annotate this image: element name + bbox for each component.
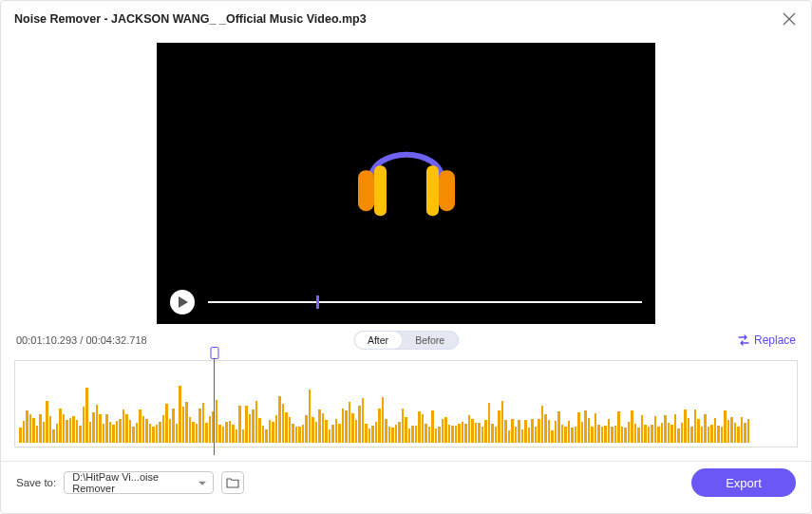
waveform-bar (39, 414, 42, 443)
waveform-bar (714, 418, 717, 443)
waveform-bar (388, 427, 391, 443)
waveform-bar (36, 426, 39, 443)
waveform-bar (365, 424, 368, 443)
waveform-bar (544, 414, 547, 443)
waveform-bar (123, 409, 125, 443)
browse-folder-button[interactable] (221, 471, 244, 494)
waveform[interactable] (14, 360, 798, 447)
progress-handle[interactable] (316, 295, 319, 309)
waveform-bar (422, 414, 425, 443)
waveform-bar (648, 427, 651, 443)
waveform-bar (458, 424, 461, 443)
waveform-bar (721, 427, 724, 443)
waveform-bar (99, 414, 102, 443)
waveform-bar (684, 409, 687, 443)
media-preview (157, 43, 655, 324)
waveform-bar (398, 422, 401, 443)
waveform-bar (535, 427, 538, 443)
after-before-toggle[interactable]: After Before (353, 331, 459, 350)
waveform-bar (670, 425, 673, 443)
waveform-bar (657, 427, 660, 443)
waveform-bar (488, 403, 491, 443)
replace-button[interactable]: Replace (737, 333, 796, 347)
waveform-bar (76, 420, 79, 443)
waveform-bar (621, 427, 624, 443)
waveform-bar (139, 409, 142, 443)
waveform-bar (169, 419, 172, 443)
progress-bar[interactable] (208, 293, 642, 312)
waveform-bar (43, 422, 46, 443)
waveform-bar (744, 423, 746, 443)
waveform-bar (737, 427, 740, 443)
waveform-bar (475, 423, 478, 443)
waveform-bar (289, 417, 292, 443)
waveform-bar (431, 410, 434, 443)
waveform-bar (438, 427, 441, 443)
waveform-bar (196, 424, 198, 443)
waveform-bar (236, 429, 238, 443)
waveform-bar (172, 409, 175, 443)
waveform-bar (631, 410, 633, 443)
export-button[interactable]: Export (691, 468, 796, 497)
waveform-bar (176, 424, 179, 443)
waveform-bar (46, 401, 48, 443)
waveform-bar (305, 415, 308, 443)
waveform-bar (661, 423, 664, 443)
waveform-bar (182, 407, 185, 443)
waveform-bar (335, 419, 338, 443)
waveform-bar (345, 410, 348, 443)
waveform-bar (145, 419, 148, 443)
waveform-bar (674, 414, 677, 443)
waveform-bar (125, 414, 128, 443)
waveform-bar (298, 427, 301, 443)
waveform-bar (628, 422, 631, 443)
waveform-bar (152, 427, 155, 443)
playhead[interactable] (214, 350, 215, 455)
waveform-bar (557, 411, 560, 443)
waveform-bar (79, 426, 82, 443)
save-path-dropdown[interactable]: D:\HitPaw Vi...oise Remover (64, 471, 214, 494)
waveform-bar (588, 418, 591, 443)
waveform-bar (242, 429, 245, 443)
svg-rect-2 (439, 170, 455, 211)
close-button[interactable] (781, 10, 798, 28)
waveform-bar (508, 430, 511, 443)
waveform-bar (428, 427, 431, 443)
waveform-bar (342, 409, 345, 443)
headphones-icon (347, 123, 466, 227)
waveform-bar (495, 427, 498, 443)
waveform-bar (105, 414, 108, 443)
waveform-bar (292, 424, 294, 443)
waveform-bar (478, 423, 481, 443)
waveform-bar (595, 413, 597, 443)
waveform-bar (482, 427, 484, 443)
play-button[interactable] (170, 290, 195, 314)
waveform-bar (391, 428, 394, 443)
waveform-bar (730, 417, 733, 443)
waveform-bar (644, 425, 647, 443)
waveform-bar (72, 416, 75, 443)
waveform-bar (521, 429, 524, 443)
waveform-bar (591, 427, 594, 443)
waveform-bar (614, 426, 617, 443)
waveform-bar (681, 423, 684, 443)
waveform-bar (162, 415, 165, 443)
playhead-handle[interactable] (210, 347, 218, 359)
waveform-bar (524, 420, 527, 443)
toggle-before[interactable]: Before (402, 332, 458, 349)
waveform-bar (462, 422, 464, 443)
waveform-bar (701, 427, 704, 443)
waveform-bar (19, 428, 22, 443)
waveform-bar (425, 424, 427, 443)
waveform-bar (92, 412, 95, 443)
timecode-display: 00:01:10.293 / 00:04:32.718 (16, 334, 147, 346)
waveform-bar (362, 398, 365, 443)
waveform-bar (564, 427, 567, 443)
waveform-bar (575, 427, 577, 443)
waveform-bar (411, 426, 414, 443)
waveform-bar (89, 422, 92, 443)
waveform-bar (402, 409, 405, 443)
toggle-after[interactable]: After (354, 332, 402, 349)
save-to-label: Save to: (16, 477, 56, 488)
waveform-bar (179, 386, 181, 443)
